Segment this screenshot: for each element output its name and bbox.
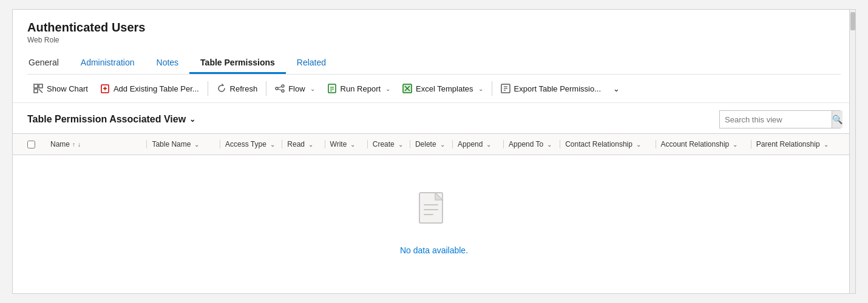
toolbar: Show ChartAdd Existing Table Per...Refre… [13,75,855,103]
table-header: Name ↑ ↓ Table Name ⌄ Access Type ⌄ Read… [13,133,855,155]
toolbar-btn-show-chart[interactable]: Show Chart [27,81,94,96]
toolbar-btn-flow[interactable]: Flow⌄ [269,81,320,96]
col-parent-chevron: ⌄ [824,141,829,148]
svg-rect-1 [34,89,38,93]
chart-icon [33,84,43,93]
col-header-access[interactable]: Access Type ⌄ [220,140,282,148]
col-read-label: Read [287,140,305,148]
col-header-table[interactable]: Table Name ⌄ [146,140,220,148]
col-name-sort-asc: ↑ [72,141,75,148]
search-input[interactable] [720,111,832,128]
scrollbar[interactable] [849,10,855,293]
view-title-chevron: ⌄ [189,115,195,124]
svg-line-10 [278,87,282,88]
col-header-write[interactable]: Write ⌄ [325,140,367,148]
col-write-chevron: ⌄ [350,141,355,148]
report-icon [327,84,337,93]
view-title-text: Table Permission Associated View [27,114,186,125]
search-box: 🔍 [719,110,841,128]
toolbar-btn-refresh[interactable]: Refresh [211,81,264,96]
tab-table-permissions[interactable]: Table Permissions [189,53,286,74]
tab-notes[interactable]: Notes [146,53,190,74]
toolbar-btn-run-report[interactable]: Run Report⌄ [321,81,396,96]
toolbar-btn-label: Excel Templates [416,84,473,93]
refresh-icon [217,84,226,93]
tab-administration[interactable]: Administration [70,53,146,74]
select-all-checkbox[interactable] [27,141,35,148]
svg-point-9 [282,90,284,92]
scrollbar-thumb[interactable] [850,12,855,30]
col-table-chevron: ⌄ [194,141,199,148]
select-all-col [27,141,46,148]
toolbar-btn-label: Export Table Permissio... [514,84,602,93]
col-create-label: Create [373,140,395,148]
svg-point-7 [276,87,278,90]
flow-icon [275,84,285,93]
col-access-label: Access Type [225,140,266,148]
toolbar-btn-label: Flow [288,84,305,93]
empty-icon [417,191,451,238]
col-appendto-chevron: ⌄ [547,141,552,148]
col-header-contact[interactable]: Contact Relationship ⌄ [560,140,655,148]
col-write-label: Write [330,140,347,148]
col-create-chevron: ⌄ [398,141,403,148]
view-title[interactable]: Table Permission Associated View ⌄ [27,114,195,125]
col-header-delete[interactable]: Delete ⌄ [410,140,452,148]
svg-rect-12 [328,84,336,93]
toolbar-separator [208,81,208,96]
col-access-chevron: ⌄ [270,141,275,148]
col-header-appendto[interactable]: Append To ⌄ [503,140,560,148]
col-header-append[interactable]: Append ⌄ [452,140,503,148]
col-delete-chevron: ⌄ [440,141,445,148]
record-header: Authenticated Users Web Role GeneralAdmi… [13,10,855,75]
col-read-chevron: ⌄ [308,141,313,148]
empty-state: No data available. [13,155,855,279]
col-header-create[interactable]: Create ⌄ [367,140,410,148]
record-title: Authenticated Users [27,21,841,35]
col-account-label: Account Relationship [661,140,730,148]
col-account-chevron: ⌄ [733,141,737,148]
col-name-sort-desc: ↓ [78,141,81,148]
excel-icon [402,84,412,93]
record-subtitle: Web Role [27,36,841,44]
toolbar-btn-chevron: ⌄ [385,85,390,92]
col-table-label: Table Name [152,140,191,148]
main-card: Authenticated Users Web Role GeneralAdmi… [12,9,856,294]
col-parent-label: Parent Relationship [756,140,820,148]
svg-point-8 [282,85,284,87]
col-appendto-label: Append To [509,140,543,148]
tab-general[interactable]: General [27,53,70,74]
view-header: Table Permission Associated View ⌄ 🔍 [13,103,855,133]
toolbar-btn-chevron: ⌄ [478,85,483,92]
svg-line-3 [39,89,42,93]
search-button[interactable]: 🔍 [832,111,843,128]
col-contact-chevron: ⌄ [636,141,641,148]
toolbar-btn-chevron: ⌄ [310,85,315,92]
toolbar-separator [266,81,266,96]
toolbar-btn-excel-templates[interactable]: Excel Templates⌄ [396,81,489,96]
col-delete-label: Delete [415,140,436,148]
toolbar-btn-label: Add Existing Table Per... [114,84,199,93]
col-header-parent[interactable]: Parent Relationship ⌄ [751,140,841,148]
col-contact-label: Contact Relationship [565,140,632,148]
svg-rect-0 [34,84,38,88]
col-name-label: Name [50,140,70,148]
toolbar-btn-label: Run Report [341,84,381,93]
col-header-name[interactable]: Name ↑ ↓ [46,140,146,148]
export-icon [501,84,510,93]
toolbar-btn-add-existing-table-per[interactable]: Add Existing Table Per... [94,81,205,96]
toolbar-btn-label: Show Chart [47,84,88,93]
tab-related[interactable]: Related [286,53,337,74]
toolbar-more-button[interactable]: ⌄ [607,81,626,96]
tab-bar: GeneralAdministrationNotesTable Permissi… [27,53,841,75]
toolbar-btn-label: Refresh [230,84,258,93]
col-header-account[interactable]: Account Relationship ⌄ [656,140,751,148]
add-icon [100,84,110,93]
col-header-read[interactable]: Read ⌄ [282,140,324,148]
chevron-down-icon: ⌄ [613,84,620,93]
col-append-chevron: ⌄ [486,141,491,148]
svg-rect-2 [39,84,42,88]
col-append-label: Append [458,140,483,148]
empty-text: No data available. [400,245,468,255]
toolbar-btn-export-table-permissio[interactable]: Export Table Permissio... [495,81,608,96]
